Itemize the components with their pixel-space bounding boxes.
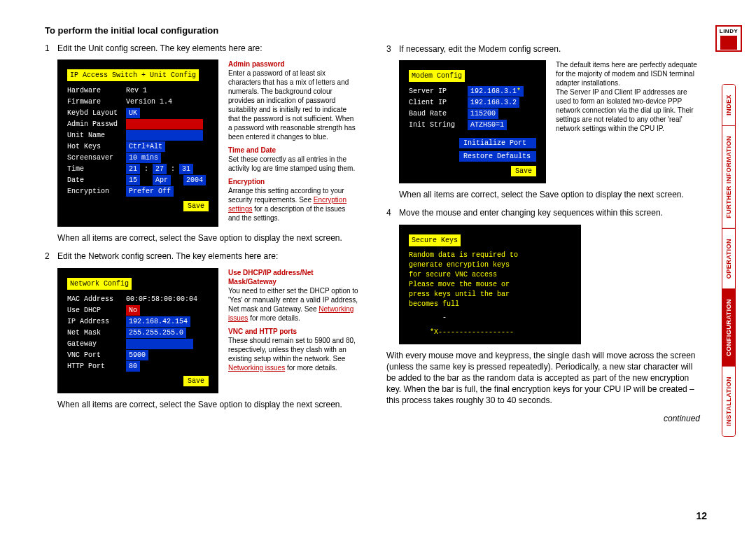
ip-field[interactable]: 192.168.42.154 <box>126 316 190 327</box>
time-h[interactable]: 21 <box>126 164 140 174</box>
date-y[interactable]: 2004 <box>183 175 206 185</box>
step-1: 1 Edit the Unit config screen. The key e… <box>45 43 358 54</box>
lindy-logo: LINDY <box>715 25 742 52</box>
left-column: To perform the initial local configurati… <box>45 25 358 423</box>
baud-field[interactable]: 115200 <box>468 108 498 119</box>
http-port-field[interactable]: 80 <box>126 361 140 372</box>
restore-defaults-button[interactable]: Restore Defaults <box>459 151 536 162</box>
page-title: To perform the initial local configurati… <box>45 25 358 36</box>
step-2: 2 Edit the Network config screen. The ke… <box>45 251 358 262</box>
nav-index[interactable]: INDEX <box>722 85 735 126</box>
init-string-field[interactable]: ATZHS0=1 <box>468 120 507 130</box>
net-save-button[interactable]: Save <box>183 376 209 386</box>
nav-configuration[interactable]: CONFIGURATION <box>722 289 735 367</box>
date-d[interactable]: 15 <box>126 175 140 185</box>
side-nav: LINDY INDEX FURTHER INFORMATION OPERATIO… <box>715 25 742 437</box>
encryption-field[interactable]: Prefer Off <box>126 186 174 197</box>
net-help: Use DHCP/IP address/Net Mask/GatewayYou … <box>228 268 358 393</box>
dhcp-field[interactable]: No <box>126 305 140 316</box>
unit-name-field[interactable] <box>126 130 203 141</box>
network-config-screen: Network Config MAC Address00:0F:58:00:00… <box>57 268 218 393</box>
continued-label: continued <box>386 414 700 423</box>
mask-field[interactable]: 255.255.255.0 <box>126 328 186 338</box>
unit-help: Admin passwordEnter a password of at lea… <box>228 59 358 227</box>
gateway-field[interactable] <box>126 339 193 349</box>
server-ip-field[interactable]: 192.168.3.1* <box>468 86 524 97</box>
screensaver-field[interactable]: 10 mins <box>126 153 161 163</box>
vnc-port-field[interactable]: 5900 <box>126 350 148 360</box>
modem-help: The default items here are perfectly ade… <box>556 60 700 183</box>
step-3: 3 If necessary, edit the Modem config sc… <box>386 43 700 55</box>
admin-passwd-field[interactable] <box>126 119 203 129</box>
page-number: 12 <box>696 510 707 521</box>
nav-operation[interactable]: OPERATION <box>722 229 735 289</box>
keybd-layout-field[interactable]: UK <box>126 108 140 118</box>
client-ip-field[interactable]: 192.168.3.2 <box>468 97 519 108</box>
unit-config-screen: IP Access Switch + Unit Config HardwareR… <box>57 59 218 227</box>
date-mo[interactable]: Apr <box>153 175 171 185</box>
networking-issues-link-2[interactable]: Networking issues <box>228 364 285 372</box>
modem-config-screen: Modem Config Server IP192.168.3.1* Clien… <box>399 60 546 183</box>
time-m[interactable]: 27 <box>153 164 167 174</box>
unit-save-button[interactable]: Save <box>183 201 209 211</box>
initialize-port-button[interactable]: Initialize Port <box>459 138 536 148</box>
nav-installation[interactable]: INSTALLATION <box>722 367 735 436</box>
modem-save-button[interactable]: Save <box>511 166 536 176</box>
hot-keys-field[interactable]: Ctrl+Alt <box>126 141 165 152</box>
nav-further[interactable]: FURTHER INFORMATION <box>722 126 735 229</box>
right-column: 3 If necessary, edit the Modem config sc… <box>386 25 700 423</box>
secure-keys-screen: Secure Keys Random data is required to g… <box>399 225 581 344</box>
step-4: 4 Move the mouse and enter changing key … <box>386 207 700 218</box>
time-s[interactable]: 31 <box>179 164 193 174</box>
